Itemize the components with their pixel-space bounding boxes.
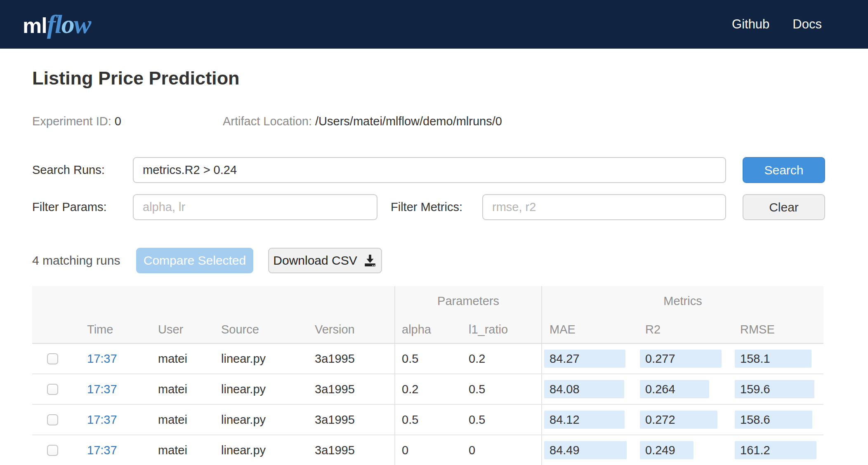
r2-value-highlight: 0.264 — [640, 380, 709, 398]
run-l1-ratio-cell: 0.2 — [461, 344, 541, 373]
r2-value: 0.264 — [640, 383, 675, 396]
run-mae-cell: 84.12 — [541, 405, 638, 434]
run-l1-ratio-cell: 0 — [461, 435, 541, 465]
run-alpha-cell: 0 — [394, 435, 461, 465]
mae-value-highlight: 84.12 — [544, 411, 625, 429]
runs-table-body: 17:37mateilinear.py3a19950.50.284.270.27… — [32, 344, 823, 465]
column-header-l1-ratio: l1_ratio — [461, 316, 541, 343]
run-r2-cell: 0.272 — [638, 405, 733, 434]
logo-ml-text: ml — [23, 13, 47, 38]
column-header-source: Source — [197, 316, 290, 343]
run-user-cell: matei — [135, 344, 197, 373]
experiment-meta: Experiment ID: 0 Artifact Location: /Use… — [32, 115, 825, 128]
run-time-cell: 17:37 — [71, 405, 135, 434]
run-user-cell: matei — [135, 435, 197, 465]
column-header-rmse: RMSE — [733, 316, 823, 343]
run-r2-cell: 0.277 — [638, 344, 733, 373]
run-alpha-cell: 0.5 — [394, 344, 461, 373]
run-l1-ratio-cell: 0.5 — [461, 405, 541, 434]
mae-value-highlight: 84.49 — [544, 441, 627, 459]
run-alpha-cell: 0.2 — [394, 374, 461, 404]
rmse-value: 161.2 — [735, 444, 770, 457]
run-rmse-cell: 161.2 — [733, 435, 823, 465]
run-checkbox[interactable] — [47, 414, 58, 425]
run-time-link[interactable]: 17:37 — [87, 413, 117, 427]
search-runs-input[interactable] — [133, 157, 726, 183]
rmse-value-highlight: 158.6 — [735, 411, 812, 429]
r2-value: 0.272 — [640, 413, 675, 427]
mae-value-highlight: 84.08 — [544, 380, 624, 398]
column-header-alpha: alpha — [394, 316, 461, 343]
download-icon — [363, 254, 377, 268]
column-header-user: User — [135, 316, 197, 343]
rmse-value: 158.1 — [735, 352, 770, 366]
search-runs-label: Search Runs: — [32, 163, 133, 177]
run-time-link[interactable]: 17:37 — [87, 352, 117, 366]
run-checkbox-cell — [32, 405, 71, 434]
run-time-cell: 17:37 — [71, 344, 135, 373]
run-r2-cell: 0.249 — [638, 435, 733, 465]
filter-metrics-input[interactable] — [482, 194, 726, 220]
filter-params-input[interactable] — [133, 194, 377, 220]
table-row: 17:37mateilinear.py3a19950.50.584.120.27… — [32, 405, 823, 435]
run-rmse-cell: 158.6 — [733, 405, 823, 434]
nav-link-github[interactable]: Github — [732, 17, 769, 32]
filter-metrics-label: Filter Metrics: — [391, 200, 482, 214]
top-navbar: mlflow Github Docs — [0, 0, 868, 49]
column-header-r2: R2 — [638, 316, 733, 343]
download-csv-label: Download CSV — [273, 254, 357, 268]
run-time-cell: 17:37 — [71, 435, 135, 465]
run-l1-ratio-cell: 0.5 — [461, 374, 541, 404]
mlflow-logo[interactable]: mlflow — [23, 9, 90, 40]
rmse-value-highlight: 158.1 — [735, 350, 811, 368]
r2-value: 0.249 — [640, 444, 675, 457]
run-user-cell: matei — [135, 405, 197, 434]
group-header-metrics: Metrics — [541, 286, 823, 316]
run-source-cell: linear.py — [197, 435, 290, 465]
run-mae-cell: 84.49 — [541, 435, 638, 465]
runs-table-header: Parameters Metrics Time User Source Vers… — [32, 286, 823, 344]
nav-link-docs[interactable]: Docs — [793, 17, 822, 32]
run-rmse-cell: 159.6 — [733, 374, 823, 404]
rmse-value-highlight: 159.6 — [735, 380, 814, 398]
mae-value-highlight: 84.27 — [544, 350, 625, 368]
logo-flow-text: flow — [47, 9, 91, 40]
search-button[interactable]: Search — [743, 157, 825, 183]
run-version-cell: 3a1995 — [290, 374, 394, 404]
group-header-parameters: Parameters — [394, 286, 541, 316]
r2-value-highlight: 0.249 — [640, 441, 693, 459]
nav-links: Github Docs — [732, 17, 822, 32]
download-csv-button[interactable]: Download CSV — [268, 248, 382, 273]
column-header-mae: MAE — [541, 316, 638, 343]
clear-button[interactable]: Clear — [743, 194, 825, 220]
runs-table: Parameters Metrics Time User Source Vers… — [32, 286, 823, 465]
matching-runs-count: 4 matching runs — [32, 254, 136, 268]
run-source-cell: linear.py — [197, 344, 290, 373]
mae-value: 84.49 — [544, 444, 580, 457]
mae-value: 84.08 — [544, 383, 580, 396]
experiment-id-label: Experiment ID: — [32, 115, 111, 128]
logo-o-glyph: o — [61, 9, 74, 39]
table-row: 17:37mateilinear.py3a19950.50.284.270.27… — [32, 344, 823, 374]
r2-value: 0.277 — [640, 352, 675, 366]
run-mae-cell: 84.08 — [541, 374, 638, 404]
page-title: Listing Price Prediction — [32, 68, 825, 89]
run-source-cell: linear.py — [197, 374, 290, 404]
run-checkbox[interactable] — [47, 353, 58, 364]
artifact-location-label: Artifact Location: — [223, 115, 312, 128]
mae-value: 84.27 — [544, 352, 580, 366]
rmse-value: 158.6 — [735, 413, 770, 427]
r2-value-highlight: 0.277 — [640, 350, 722, 368]
run-rmse-cell: 158.1 — [733, 344, 823, 373]
run-time-cell: 17:37 — [71, 374, 135, 404]
filter-params-label: Filter Params: — [32, 200, 133, 214]
run-checkbox-cell — [32, 344, 71, 373]
run-checkbox[interactable] — [47, 445, 58, 456]
run-version-cell: 3a1995 — [290, 405, 394, 434]
run-version-cell: 3a1995 — [290, 344, 394, 373]
run-time-link[interactable]: 17:37 — [87, 444, 117, 457]
run-checkbox-cell — [32, 374, 71, 404]
run-checkbox[interactable] — [47, 384, 58, 395]
compare-selected-button[interactable]: Compare Selected — [136, 248, 253, 273]
run-time-link[interactable]: 17:37 — [87, 383, 117, 396]
